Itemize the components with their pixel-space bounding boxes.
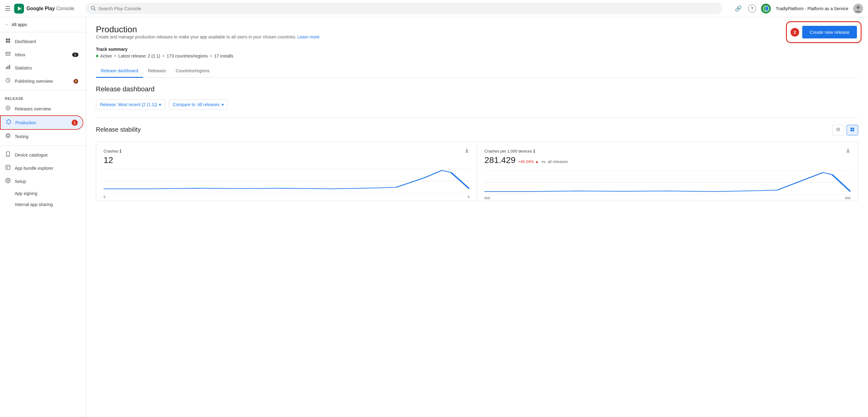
- crashes-info-icon[interactable]: ℹ: [120, 148, 121, 154]
- inbox-label: Inbox: [15, 52, 25, 57]
- crashes-per-device-info-icon[interactable]: ℹ: [533, 148, 535, 154]
- svg-rect-12: [6, 41, 8, 43]
- device-catalogue-label: Device catalogue: [15, 152, 48, 157]
- compare-filter-chevron-icon: ▾: [222, 102, 224, 107]
- sidebar-item-app-signing[interactable]: App signing: [0, 188, 83, 199]
- svg-rect-15: [6, 67, 7, 69]
- crashes-chart: 6 4: [103, 169, 469, 193]
- compare-filter-button[interactable]: Compare to: All releases ▾: [169, 99, 228, 110]
- setup-icon: [5, 178, 11, 185]
- sidebar-item-dashboard[interactable]: Dashboard: [0, 35, 83, 48]
- track-summary-title: Track summary: [96, 47, 858, 52]
- page-header: Production Create and manage production …: [96, 25, 858, 44]
- releases-overview-label: Releases overview: [15, 107, 51, 111]
- release-filter-button[interactable]: Release: Most recent (2 (1.1)) ▾: [96, 99, 165, 110]
- crashes-download-icon[interactable]: [464, 148, 469, 154]
- link-icon[interactable]: 🔗: [733, 4, 743, 13]
- stability-grid: Crashes ℹ 12: [96, 142, 858, 201]
- svg-rect-17: [9, 65, 10, 69]
- statistics-icon: [5, 64, 11, 71]
- hamburger-icon[interactable]: ☰: [5, 5, 10, 12]
- title-area: Production Create and manage production …: [96, 25, 320, 44]
- svg-rect-33: [852, 128, 854, 129]
- svg-rect-34: [850, 130, 852, 131]
- help-icon[interactable]: ?: [748, 5, 756, 12]
- crashes-label: Crashes ℹ: [103, 148, 121, 154]
- crashes-per-device-chart-labels: 600 400: [485, 196, 850, 200]
- main-layout: ← All apps Dashboard Inbox 6: [0, 17, 868, 417]
- svg-point-21: [6, 133, 10, 138]
- app-name-label: TradlyPlatform - Platform as a Service: [776, 6, 848, 11]
- create-new-release-button[interactable]: Create new release: [802, 26, 857, 38]
- svg-rect-25: [6, 165, 10, 170]
- svg-rect-32: [850, 128, 852, 129]
- search-bar: [86, 3, 722, 14]
- release-stability-section: Release stability: [96, 125, 858, 201]
- tabs-bar: Release dashboard Releases Countries/reg…: [96, 65, 858, 78]
- dashboard-label: Dashboard: [15, 39, 36, 44]
- svg-rect-11: [8, 38, 10, 40]
- sidebar-item-statistics[interactable]: Statistics: [0, 61, 83, 75]
- svg-rect-13: [8, 41, 10, 43]
- inbox-icon: [5, 51, 11, 58]
- page-description: Create and manage production releases to…: [96, 34, 320, 39]
- svg-point-20: [7, 107, 9, 109]
- app-container: ☰ Google Play Console: [0, 0, 868, 417]
- svg-point-22: [7, 135, 9, 137]
- sidebar-item-releases-overview[interactable]: Releases overview: [0, 102, 83, 115]
- stability-header-row: Release stability: [96, 125, 858, 139]
- crashes-per-device-card: Crashes per 1,000 devices ℹ 281.429 +46.…: [477, 142, 858, 201]
- tab-release-dashboard[interactable]: Release dashboard: [96, 65, 143, 78]
- device-catalogue-icon: [5, 151, 11, 158]
- create-release-wrapper: 2 Create new release: [789, 25, 858, 40]
- play-console-logo-icon: [14, 4, 24, 13]
- stability-title: Release stability: [96, 126, 141, 133]
- crashes-per-device-value-row: 281.429 +46.04% ▲ vs. all releases: [485, 155, 850, 167]
- statistics-label: Statistics: [15, 65, 32, 70]
- sidebar-item-internal-app-sharing[interactable]: Internal app sharing: [0, 199, 83, 210]
- tab-countries-regions[interactable]: Countries/regions: [171, 65, 215, 78]
- status-dot: [96, 55, 98, 57]
- sidebar-divider-release: [0, 90, 86, 90]
- filter-bar: Release: Most recent (2 (1.1)) ▾ Compare…: [96, 99, 858, 110]
- grid-view-button[interactable]: [846, 125, 858, 135]
- crashes-value: 12: [103, 155, 469, 165]
- production-badge: 1: [72, 120, 78, 126]
- sidebar-item-testing[interactable]: Testing: [0, 130, 83, 143]
- page-title: Production: [96, 25, 320, 34]
- svg-rect-10: [6, 38, 8, 40]
- release-dashboard-section-title: Release dashboard: [96, 85, 858, 93]
- svg-rect-31: [836, 130, 840, 131]
- tab-releases[interactable]: Releases: [143, 65, 170, 78]
- svg-rect-2: [17, 6, 18, 11]
- sidebar-back-button[interactable]: ← All apps: [0, 20, 86, 32]
- sidebar-item-publishing-overview[interactable]: Publishing overview 🔕: [0, 75, 83, 88]
- sidebar-item-app-bundle-explorer[interactable]: App bundle explorer: [0, 161, 83, 175]
- sidebar-item-inbox[interactable]: Inbox 6: [0, 48, 83, 61]
- releases-overview-icon: [5, 105, 11, 112]
- svg-rect-3: [21, 6, 22, 11]
- sidebar: ← All apps Dashboard Inbox 6: [0, 17, 86, 417]
- svg-line-5: [94, 9, 95, 10]
- compare-filter-label: Compare to: All releases: [173, 102, 220, 107]
- track-summary: Track summary Active • Latest release: 2…: [96, 47, 858, 58]
- track-latest-release: Latest release: 2 (1.1): [118, 54, 160, 58]
- crashes-per-device-download-icon[interactable]: [845, 148, 850, 154]
- list-view-button[interactable]: [832, 125, 844, 135]
- setup-label: Setup: [15, 179, 26, 184]
- learn-more-link[interactable]: Learn more: [298, 34, 320, 39]
- app-signing-label: App signing: [15, 191, 37, 196]
- app-logo: [761, 4, 771, 13]
- sidebar-item-setup[interactable]: Setup: [0, 175, 83, 188]
- inbox-badge: 6: [72, 53, 79, 57]
- user-avatar[interactable]: [853, 4, 863, 13]
- search-input[interactable]: [98, 6, 717, 11]
- sidebar-item-production[interactable]: Production 1: [0, 115, 83, 130]
- back-label: All apps: [12, 22, 27, 27]
- publishing-overview-icon: [5, 78, 11, 85]
- crashes-per-device-chart: 600 400: [485, 170, 850, 195]
- stability-view-actions: [832, 125, 858, 135]
- status-active: Active: [96, 54, 112, 58]
- main-content: Production Create and manage production …: [86, 17, 868, 417]
- sidebar-item-device-catalogue[interactable]: Device catalogue: [0, 148, 83, 161]
